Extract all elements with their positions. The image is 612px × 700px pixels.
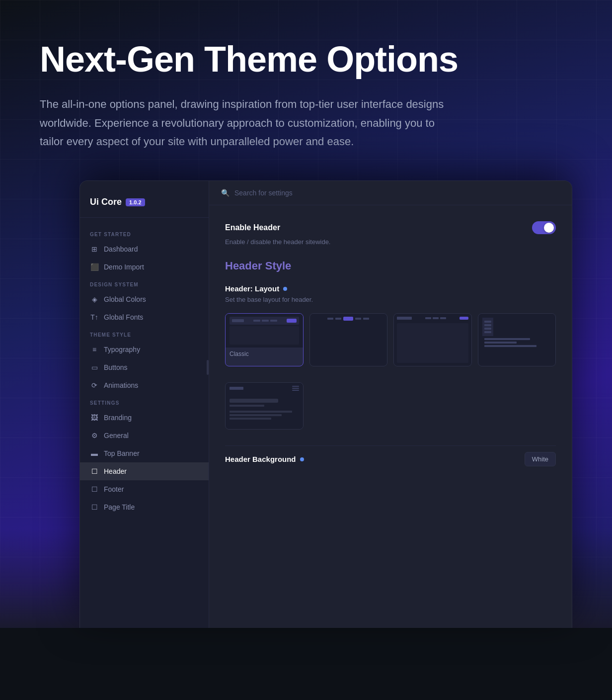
lh-sidebar-item bbox=[484, 321, 491, 323]
clc-logo bbox=[397, 317, 412, 320]
cc-top bbox=[314, 317, 383, 321]
lh-sidebar-item bbox=[484, 331, 491, 333]
cl-nav-item bbox=[262, 320, 269, 322]
header-layout-dot bbox=[283, 287, 287, 291]
enable-header-row: Enable Header bbox=[225, 221, 556, 234]
lh-sidebar-item bbox=[484, 324, 491, 326]
search-icon: 🔍 bbox=[221, 189, 230, 197]
sidebar-item-animations[interactable]: ⟳ Animations bbox=[80, 376, 209, 394]
clc-nav bbox=[433, 317, 439, 319]
lh-bar bbox=[484, 338, 530, 340]
header-layout-desc: Set the base layout for header. bbox=[225, 296, 556, 303]
lh-bar bbox=[484, 345, 536, 347]
clc-row1 bbox=[397, 317, 468, 320]
left-header-preview bbox=[478, 314, 556, 366]
hb-line bbox=[292, 388, 299, 389]
topbar: 🔍 Search for settings bbox=[209, 181, 572, 205]
layout-card-hamburger-creative[interactable]: Hamburger Creative bbox=[225, 382, 304, 430]
sidebar-item-label: Global Fonts bbox=[104, 313, 143, 321]
sidebar-scrollbar[interactable] bbox=[207, 360, 209, 375]
cl-nav bbox=[253, 320, 277, 322]
header-layout-header: Header: Layout bbox=[225, 284, 556, 293]
cl-nav-item bbox=[253, 320, 260, 322]
enable-header-label: Enable Header bbox=[225, 223, 280, 232]
clc-nav bbox=[440, 317, 446, 319]
global-colors-icon: ◈ bbox=[90, 295, 99, 304]
sidebar-item-label: Dashboard bbox=[104, 245, 138, 253]
header-icon: ☐ bbox=[90, 467, 99, 476]
sidebar-item-label: Global Colors bbox=[104, 295, 146, 303]
layout-card-center-creative-label: Center Creative bbox=[310, 366, 387, 366]
sidebar-item-page-title[interactable]: ☐ Page Title bbox=[80, 498, 209, 516]
layout-card-left-header[interactable]: Left Header bbox=[478, 313, 556, 366]
center-creative-preview bbox=[310, 314, 387, 366]
hb-top bbox=[230, 386, 299, 391]
logo-ui: Ui bbox=[90, 197, 101, 207]
lh-sidebar bbox=[482, 318, 493, 336]
sidebar-item-label: Footer bbox=[104, 485, 124, 493]
global-fonts-icon: T↑ bbox=[90, 313, 99, 322]
cl-nav-item bbox=[270, 320, 277, 322]
content-area: Enable Header Enable / disable the heade… bbox=[209, 205, 572, 628]
page-title-icon: ☐ bbox=[90, 503, 99, 512]
sidebar-item-dashboard[interactable]: ⊞ Dashboard bbox=[80, 240, 209, 258]
branding-icon: 🖼 bbox=[90, 413, 99, 422]
sidebar-item-label: Branding bbox=[104, 414, 132, 422]
clc-center bbox=[413, 317, 458, 319]
cc-logo bbox=[343, 317, 353, 321]
hamburger-creative-preview bbox=[226, 383, 303, 429]
lh-bar bbox=[484, 342, 517, 344]
sidebar-item-label: Typography bbox=[104, 346, 140, 353]
clc-nav bbox=[425, 317, 431, 319]
sidebar-item-typography[interactable]: ≡ Typography bbox=[80, 341, 209, 358]
layout-card-classic[interactable]: Classic bbox=[225, 313, 304, 366]
sidebar-item-buttons[interactable]: ▭ Buttons bbox=[80, 358, 209, 376]
sidebar-item-label: Header bbox=[104, 467, 127, 475]
header-layout-label: Header: Layout bbox=[225, 284, 279, 293]
hb-tl bbox=[230, 414, 282, 416]
hb-line bbox=[292, 386, 299, 387]
lh-main bbox=[482, 336, 552, 362]
sidebar-section-get-started: GET STARTED bbox=[80, 226, 209, 240]
cl-btn bbox=[287, 319, 297, 323]
demo-import-icon: ⬛ bbox=[90, 262, 99, 271]
layout-card-classic-label: Classic bbox=[226, 348, 303, 360]
sidebar-item-label: Page Title bbox=[104, 503, 135, 511]
sidebar-item-label: General bbox=[104, 432, 129, 439]
general-icon: ⚙ bbox=[90, 431, 99, 440]
logo-core: Core bbox=[101, 197, 122, 207]
enable-header-toggle[interactable] bbox=[532, 221, 556, 234]
search-input[interactable]: Search for settings bbox=[234, 189, 293, 197]
sidebar-item-header[interactable]: ☐ Header bbox=[80, 462, 209, 480]
hamburger-menu-icon bbox=[292, 386, 299, 391]
sidebar-item-general[interactable]: ⚙ General bbox=[80, 427, 209, 444]
hb-line bbox=[292, 390, 299, 391]
header-bg-label-group: Header Background bbox=[225, 455, 304, 463]
sidebar-item-demo-import[interactable]: ⬛ Demo Import bbox=[80, 258, 209, 276]
hb-text-lines bbox=[230, 411, 299, 420]
sidebar-item-footer[interactable]: ☐ Footer bbox=[80, 480, 209, 498]
hero-section: Next-Gen Theme Options The all-in-one op… bbox=[0, 0, 612, 628]
sidebar-item-label: Demo Import bbox=[104, 263, 144, 271]
hb-big bbox=[230, 399, 278, 403]
sidebar-section-settings: SETTINGS bbox=[80, 394, 209, 409]
animations-icon: ⟳ bbox=[90, 381, 99, 390]
layout-card-hamburger-creative-label: Hamburger Creative bbox=[226, 429, 303, 430]
header-style-title: Header Style bbox=[225, 260, 556, 272]
sidebar-item-global-colors[interactable]: ◈ Global Colors bbox=[80, 290, 209, 308]
layout-card-classic-center[interactable]: Classic Center bbox=[393, 313, 472, 366]
sidebar: Ui Core 1.0.2 GET STARTED ⊞ Dashboard ⬛ … bbox=[80, 181, 209, 628]
classic-preview bbox=[226, 314, 303, 348]
sidebar-item-global-fonts[interactable]: T↑ Global Fonts bbox=[80, 308, 209, 326]
hb-logo bbox=[230, 387, 243, 390]
sidebar-item-branding[interactable]: 🖼 Branding bbox=[80, 409, 209, 427]
enable-header-description: Enable / disable the header sitewide. bbox=[225, 238, 556, 246]
cc-item bbox=[335, 318, 341, 320]
header-bg-value[interactable]: White bbox=[525, 452, 556, 466]
toggle-knob bbox=[544, 223, 554, 233]
layout-card-center-creative[interactable]: Center Creative bbox=[309, 313, 388, 366]
sidebar-item-top-banner[interactable]: ▬ Top Banner bbox=[80, 444, 209, 462]
app-window: Ui Core 1.0.2 GET STARTED ⊞ Dashboard ⬛ … bbox=[79, 180, 572, 628]
cl-logo bbox=[232, 319, 244, 322]
sidebar-item-label: Buttons bbox=[104, 363, 127, 371]
